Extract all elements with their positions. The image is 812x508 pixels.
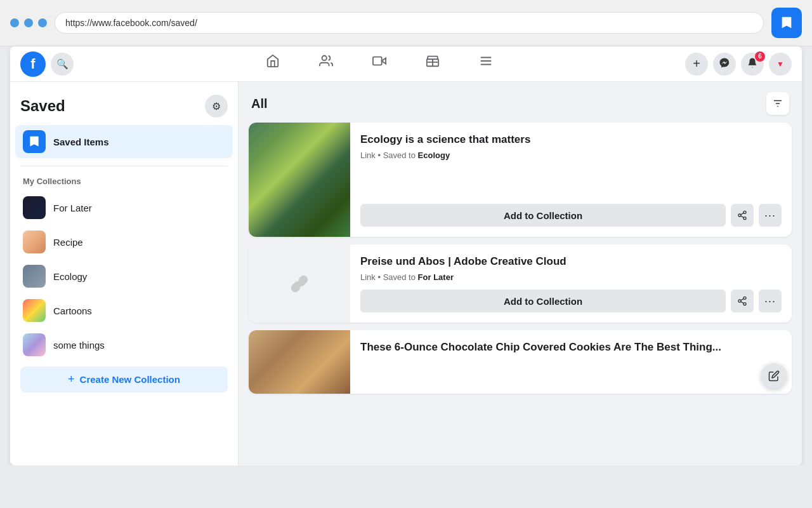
collection-thumb-ecology [23,265,46,288]
more-icon-ecology: ··· [764,210,776,221]
account-dropdown[interactable]: ▼ [769,53,792,76]
card-no-thumb-adobe [249,244,350,323]
nav-friends[interactable] [301,49,351,79]
card-body-cookies: These 6-Ounce Chocolate Chip Covered Coo… [350,330,792,394]
search-button[interactable]: 🔍 [51,53,74,76]
add-icon: + [693,57,700,71]
saved-card-cookies: These 6-Ounce Chocolate Chip Covered Coo… [249,330,792,394]
edit-button[interactable] [761,363,787,389]
filter-icon [772,98,783,109]
browser-chrome: https://www.facebook.com/saved/ [0,0,812,46]
saved-items-label: Saved Items [53,137,109,147]
top-nav: f 🔍 [10,46,802,82]
bookmark-sidebar-icon [28,135,41,148]
bookmark-button[interactable] [771,8,802,38]
friends-icon [319,54,333,72]
card-inner-adobe: Preise und Abos | Adobe Creative Cloud L… [249,244,792,323]
menu-icon [479,54,493,72]
svg-rect-2 [373,57,382,65]
svg-point-17 [743,303,746,305]
more-button-ecology[interactable]: ··· [759,204,782,227]
add-to-collection-button-adobe[interactable]: Add to Collection [360,290,726,312]
browser-dots [10,18,47,27]
nav-menu[interactable] [461,49,511,79]
svg-line-13 [741,216,744,218]
search-icon: 🔍 [56,58,69,70]
card-meta-ecology: Link • Saved to Ecology [360,150,782,160]
content-header: All [249,92,792,115]
card-title-ecology: Ecology is a science that matters [360,133,782,147]
sidebar-item-cartoons[interactable]: Cartoons [15,294,233,327]
messenger-icon [719,57,730,71]
card-title-cookies: These 6-Ounce Chocolate Chip Covered Coo… [360,340,782,354]
nav-right: + 6 ▼ [685,53,792,76]
svg-marker-1 [382,58,386,64]
nav-home[interactable] [247,49,298,79]
nav-center [79,49,680,79]
notifications-button[interactable]: 6 [741,53,764,76]
svg-point-11 [738,214,741,217]
plus-icon: + [68,373,75,386]
svg-line-18 [741,302,744,304]
card-body-adobe: Preise und Abos | Adobe Creative Cloud L… [350,244,792,323]
sidebar-item-ecology[interactable]: Ecology [15,260,233,293]
browser-dot-3 [38,18,47,27]
sidebar-title: Saved [20,97,65,115]
card-meta-adobe: Link • Saved to For Later [360,272,782,282]
collection-thumb-cartoons [23,299,46,322]
card-thumbnail-ecology [249,123,350,237]
browser-dot-2 [24,18,33,27]
sidebar-divider [20,166,228,166]
svg-line-19 [741,298,744,300]
card-inner-ecology: Ecology is a science that matters Link •… [249,123,792,237]
card-title-adobe: Preise und Abos | Adobe Creative Cloud [360,255,782,269]
add-to-collection-button-ecology[interactable]: Add to Collection [360,204,726,227]
svg-point-0 [322,56,327,60]
nav-marketplace[interactable] [407,49,458,79]
sidebar-header: Saved ⚙ [15,92,233,125]
more-icon-adobe: ··· [764,295,776,307]
edit-icon [768,370,780,382]
messenger-button[interactable] [713,53,736,76]
filter-button[interactable] [766,92,789,115]
settings-button[interactable]: ⚙ [205,95,228,117]
address-bar[interactable]: https://www.facebook.com/saved/ [55,12,764,34]
collection-thumb-for-later [23,196,46,219]
sidebar-item-recipe[interactable]: Recipe [15,225,233,258]
facebook-logo: f [20,51,46,77]
collection-label-for-later: For Later [53,203,92,213]
share-button-adobe[interactable] [731,290,754,312]
create-collection-label: Create New Collection [80,374,180,385]
svg-line-14 [741,213,744,215]
collection-label-ecology: Ecology [53,271,87,282]
sidebar-item-saved[interactable]: Saved Items [15,125,233,158]
sidebar-item-for-later[interactable]: For Later [15,191,233,224]
main-content: Saved ⚙ Saved Items My Collections [10,82,802,465]
card-body-ecology: Ecology is a science that matters Link •… [350,123,792,237]
my-collections-title: My Collections [15,174,233,191]
chevron-down-icon: ▼ [776,60,784,69]
card-inner-cookies: These 6-Ounce Chocolate Chip Covered Coo… [249,330,792,394]
card-actions-ecology: Add to Collection ··· [360,204,782,227]
sidebar-item-some-things[interactable]: some things [15,328,233,361]
saved-items-icon [23,130,46,153]
sidebar: Saved ⚙ Saved Items My Collections [10,82,239,465]
add-button[interactable]: + [685,53,708,76]
svg-point-10 [743,211,746,213]
collection-label-recipe: Recipe [53,237,83,248]
svg-point-12 [743,217,746,220]
collection-thumb-recipe [23,231,46,253]
share-button-ecology[interactable] [731,204,754,227]
more-button-adobe[interactable]: ··· [759,290,782,312]
link-icon [289,274,310,294]
collection-label-cartoons: Cartoons [53,305,92,316]
content-title: All [251,97,268,111]
create-collection-button[interactable]: + Create New Collection [20,366,228,392]
saved-content: All Ecology is a science that ma [239,82,802,465]
share-icon-ecology [737,210,747,220]
browser-dot-1 [10,18,19,27]
nav-watch[interactable] [354,49,405,79]
svg-point-15 [743,297,746,299]
collection-thumb-some-things [23,333,46,356]
watch-icon [372,54,386,72]
